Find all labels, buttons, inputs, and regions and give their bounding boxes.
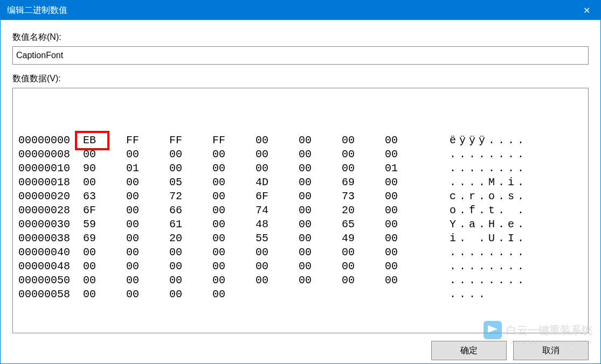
hex-byte[interactable] bbox=[342, 288, 385, 302]
hex-byte[interactable]: 00 bbox=[126, 190, 169, 204]
hex-byte[interactable]: 48 bbox=[255, 218, 299, 232]
hex-byte[interactable]: 00 bbox=[299, 162, 342, 176]
hex-byte[interactable]: 00 bbox=[83, 288, 126, 302]
hex-byte[interactable]: 00 bbox=[255, 162, 299, 176]
hex-byte[interactable]: 00 bbox=[126, 232, 169, 246]
hex-byte[interactable]: 00 bbox=[212, 274, 255, 288]
hex-byte[interactable]: 00 bbox=[126, 218, 169, 232]
hex-byte[interactable]: 00 bbox=[385, 134, 428, 148]
hex-byte[interactable]: 00 bbox=[385, 232, 428, 246]
hex-byte[interactable]: 00 bbox=[385, 204, 428, 218]
value-name-input[interactable] bbox=[12, 46, 589, 65]
hex-byte[interactable]: 00 bbox=[126, 176, 169, 190]
hex-byte[interactable]: 00 bbox=[212, 288, 255, 302]
hex-byte[interactable]: 65 bbox=[342, 218, 385, 232]
hex-byte[interactable]: 66 bbox=[169, 204, 212, 218]
hex-row[interactable]: 000000500000000000000000........ bbox=[18, 274, 583, 288]
title-bar[interactable]: 编辑二进制数值 ✕ bbox=[1, 1, 600, 20]
hex-byte[interactable]: 69 bbox=[342, 176, 385, 190]
hex-byte[interactable]: 00 bbox=[342, 162, 385, 176]
hex-byte[interactable]: 90 bbox=[83, 162, 126, 176]
hex-byte[interactable]: FF bbox=[212, 134, 255, 148]
hex-byte[interactable]: 61 bbox=[169, 218, 212, 232]
hex-byte[interactable]: 00 bbox=[212, 246, 255, 260]
hex-byte[interactable]: 00 bbox=[299, 246, 342, 260]
hex-byte[interactable]: 00 bbox=[212, 148, 255, 162]
hex-byte[interactable]: 00 bbox=[255, 260, 299, 274]
hex-byte[interactable]: 00 bbox=[299, 232, 342, 246]
hex-byte[interactable]: 00 bbox=[342, 148, 385, 162]
hex-byte[interactable]: 00 bbox=[299, 274, 342, 288]
hex-row[interactable]: 000000386900200055004900i. .U.I. bbox=[18, 232, 583, 246]
hex-byte[interactable]: 00 bbox=[299, 260, 342, 274]
hex-editor-area[interactable]: 00000000EBFFFFFF00000000ëÿÿÿ....00000008… bbox=[12, 88, 589, 333]
hex-byte[interactable]: 00 bbox=[126, 204, 169, 218]
ok-button[interactable]: 确定 bbox=[431, 341, 507, 360]
close-button[interactable]: ✕ bbox=[572, 1, 600, 20]
hex-byte[interactable]: 69 bbox=[83, 232, 126, 246]
hex-byte[interactable]: 00 bbox=[342, 246, 385, 260]
hex-byte[interactable]: 00 bbox=[169, 148, 212, 162]
hex-byte[interactable]: 00 bbox=[385, 246, 428, 260]
hex-byte[interactable]: 00 bbox=[83, 260, 126, 274]
hex-byte[interactable]: 00 bbox=[126, 288, 169, 302]
hex-byte[interactable]: 00 bbox=[126, 148, 169, 162]
hex-byte[interactable]: 00 bbox=[169, 162, 212, 176]
hex-byte[interactable]: 00 bbox=[299, 148, 342, 162]
hex-byte[interactable]: 49 bbox=[342, 232, 385, 246]
hex-byte[interactable]: FF bbox=[169, 134, 212, 148]
hex-row[interactable]: 000000480000000000000000........ bbox=[18, 260, 583, 274]
hex-byte[interactable]: FF bbox=[126, 134, 169, 148]
hex-row[interactable]: 000000400000000000000000........ bbox=[18, 246, 583, 260]
hex-byte[interactable]: 59 bbox=[83, 218, 126, 232]
hex-byte[interactable]: 00 bbox=[299, 218, 342, 232]
hex-byte[interactable]: 00 bbox=[342, 274, 385, 288]
hex-byte[interactable]: 00 bbox=[83, 176, 126, 190]
hex-byte[interactable]: 00 bbox=[126, 246, 169, 260]
hex-row[interactable]: 000000305900610048006500Y.a.H.e. bbox=[18, 218, 583, 232]
hex-byte[interactable]: 00 bbox=[299, 176, 342, 190]
hex-byte[interactable]: 00 bbox=[169, 288, 212, 302]
hex-byte[interactable]: 74 bbox=[255, 204, 299, 218]
hex-byte[interactable]: 6F bbox=[255, 190, 299, 204]
hex-byte[interactable]: 72 bbox=[169, 190, 212, 204]
hex-byte[interactable]: 00 bbox=[126, 260, 169, 274]
hex-byte[interactable]: 4D bbox=[255, 176, 299, 190]
hex-row[interactable]: 000000286F00660074002000o.f.t. . bbox=[18, 204, 583, 218]
hex-byte[interactable]: 00 bbox=[255, 134, 299, 148]
hex-byte[interactable]: 00 bbox=[212, 204, 255, 218]
hex-byte[interactable]: 20 bbox=[342, 204, 385, 218]
hex-row[interactable]: 0000005800000000.... bbox=[18, 288, 583, 302]
cancel-button[interactable]: 取消 bbox=[513, 341, 589, 360]
hex-byte[interactable]: 00 bbox=[385, 176, 428, 190]
hex-byte[interactable]: 63 bbox=[83, 190, 126, 204]
hex-byte[interactable]: 00 bbox=[385, 260, 428, 274]
hex-byte[interactable]: 00 bbox=[255, 246, 299, 260]
hex-byte[interactable]: 20 bbox=[169, 232, 212, 246]
hex-byte[interactable] bbox=[299, 288, 342, 302]
hex-byte[interactable]: 00 bbox=[212, 218, 255, 232]
hex-byte[interactable]: 05 bbox=[169, 176, 212, 190]
hex-row[interactable]: 000000109001000000000001........ bbox=[18, 162, 583, 176]
hex-byte[interactable] bbox=[255, 288, 299, 302]
hex-byte[interactable]: 00 bbox=[299, 190, 342, 204]
hex-byte[interactable]: 00 bbox=[342, 134, 385, 148]
hex-byte[interactable]: 00 bbox=[212, 232, 255, 246]
hex-byte[interactable]: 00 bbox=[255, 274, 299, 288]
hex-byte[interactable]: 01 bbox=[126, 162, 169, 176]
hex-byte[interactable]: 00 bbox=[342, 260, 385, 274]
hex-byte[interactable]: 00 bbox=[212, 162, 255, 176]
hex-byte[interactable]: 00 bbox=[212, 190, 255, 204]
hex-byte[interactable]: 00 bbox=[83, 274, 126, 288]
hex-row[interactable]: 00000020630072006F007300c.r.o.s. bbox=[18, 190, 583, 204]
hex-byte[interactable]: 00 bbox=[126, 274, 169, 288]
hex-byte[interactable]: 00 bbox=[169, 260, 212, 274]
hex-byte[interactable]: 00 bbox=[169, 274, 212, 288]
hex-row[interactable]: 00000018000005004D006900....M.i. bbox=[18, 176, 583, 190]
hex-byte[interactable]: 00 bbox=[212, 176, 255, 190]
hex-byte[interactable]: 00 bbox=[385, 148, 428, 162]
hex-byte[interactable]: 73 bbox=[342, 190, 385, 204]
hex-byte[interactable] bbox=[385, 288, 428, 302]
hex-byte[interactable]: 55 bbox=[255, 232, 299, 246]
hex-byte[interactable]: 00 bbox=[299, 204, 342, 218]
